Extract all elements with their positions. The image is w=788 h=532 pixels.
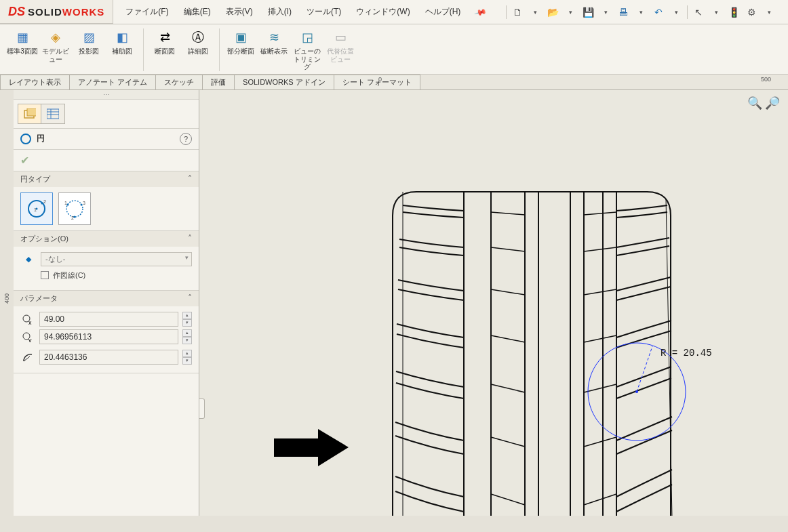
menu-items: ファイル(F) 編集(E) 表示(V) 挿入(I) ツール(T) ウィンドウ(W…: [113, 0, 486, 24]
ribbon-toolbar: ▦標準3面図 ◈モデルビュー ▨投影図 ◧補助図 ⇄断面図 Ⓐ詳細図 ▣部分断面…: [0, 24, 788, 75]
ruler-horizontal: 0500: [378, 76, 788, 83]
svg-marker-36: [274, 429, 349, 466]
option-select[interactable]: -なし-: [41, 252, 192, 266]
pm-title: 円: [37, 133, 180, 144]
tab-annotate[interactable]: アノテート アイテム: [69, 75, 156, 89]
menubar: DS SOLIDWORKS ファイル(F) 編集(E) 表示(V) 挿入(I) …: [0, 0, 788, 24]
ribbon-auxiliary-view[interactable]: ◧補助図: [106, 28, 138, 71]
quick-access-toolbar: 🗋▾ 📂▾ 💾▾ 🖶▾ ↶▾ ↖▾ 🚦 ⚙▾: [506, 0, 788, 24]
annotation-arrow-icon: [274, 429, 349, 469]
svg-text:2: 2: [71, 216, 74, 220]
options-icon[interactable]: ⚙: [745, 5, 758, 19]
tab-layout[interactable]: レイアウト表示: [0, 75, 70, 89]
svg-point-11: [66, 201, 83, 217]
circle-type-perimeter[interactable]: 132: [58, 192, 91, 225]
svg-line-35: [637, 346, 652, 392]
construction-checkbox[interactable]: [41, 271, 49, 279]
app-logo: DS SOLIDWORKS: [0, 0, 113, 24]
tab-addins[interactable]: SOLIDWORKS アドイン: [234, 75, 334, 89]
svg-text:x: x: [28, 319, 32, 325]
chevron-up-icon: ˄: [188, 293, 192, 303]
pm-section-type-header[interactable]: 円タイプ˄: [14, 171, 199, 187]
logo-ds-icon: DS: [8, 5, 25, 19]
tab-eval[interactable]: 評価: [202, 75, 235, 89]
svg-point-16: [74, 216, 76, 218]
menu-tools[interactable]: ツール(T): [307, 6, 341, 18]
pm-section-params-header[interactable]: パラメータ˄: [14, 291, 199, 306]
svg-point-12: [67, 203, 69, 205]
select-icon[interactable]: ↖: [692, 5, 705, 19]
pm-tab-property-icon[interactable]: [41, 104, 64, 123]
drawing-canvas[interactable]: 🔍 🔎: [199, 90, 788, 516]
confirm-check-icon[interactable]: ✔: [20, 155, 29, 166]
svg-text:2: 2: [43, 199, 46, 204]
menu-insert[interactable]: 挿入(I): [268, 6, 292, 18]
pm-section-options-header[interactable]: オプション(O)˄: [14, 231, 199, 247]
new-doc-icon[interactable]: 🗋: [511, 5, 524, 19]
help-icon[interactable]: ?: [180, 133, 192, 145]
param-r-icon: [20, 351, 35, 363]
menu-view[interactable]: 表示(V): [226, 6, 253, 18]
ribbon-crop-view[interactable]: ◲ビューのトリミング: [292, 28, 323, 71]
param-y-icon: y: [20, 331, 35, 343]
svg-text:1: 1: [64, 201, 67, 205]
ribbon-projected-view[interactable]: ▨投影図: [73, 28, 104, 71]
param-r-input[interactable]: [39, 350, 178, 365]
open-icon[interactable]: 📂: [546, 5, 559, 19]
menu-file[interactable]: ファイル(F): [125, 6, 168, 18]
svg-rect-1: [27, 108, 36, 116]
svg-rect-2: [47, 109, 59, 119]
svg-text:y: y: [28, 337, 32, 342]
ribbon-alternate-position: ▭代替位置ビュー: [325, 28, 356, 71]
circle-icon: [20, 134, 31, 144]
ribbon-broken-out-section[interactable]: ▣部分断面: [225, 28, 256, 71]
pm-header: 円 ?: [14, 129, 199, 150]
menu-help[interactable]: ヘルプ(H): [425, 6, 461, 18]
chevron-up-icon: ˄: [188, 174, 192, 184]
ruler-vertical: 400: [0, 90, 14, 516]
pm-section-params: パラメータ˄ x ▴▾ y ▴▾ ▴▾: [14, 291, 199, 373]
ribbon-section-view[interactable]: ⇄断面図: [149, 28, 180, 71]
relation-icon: ◆: [20, 255, 37, 264]
app-name: SOLIDWORKS: [28, 6, 104, 18]
param-x-icon: x: [20, 313, 35, 325]
work-area: 400 ⋯ 円 ? ✔ 円タイプ˄: [0, 90, 788, 516]
pm-confirm-row: ✔: [14, 150, 199, 171]
pm-tab-feature-icon[interactable]: [18, 104, 41, 123]
pin-icon[interactable]: 📌: [474, 5, 488, 19]
command-tabs: レイアウト表示 アノテート アイテム スケッチ 評価 SOLIDWORKS アド…: [0, 75, 788, 90]
svg-text:3: 3: [83, 201, 85, 205]
property-manager: ⋯ 円 ? ✔ 円タイプ˄: [14, 90, 199, 516]
ribbon-detail-view[interactable]: Ⓐ詳細図: [182, 28, 214, 71]
circle-type-center[interactable]: 12: [20, 192, 53, 225]
menu-window[interactable]: ウィンドウ(W): [356, 6, 410, 18]
undo-icon[interactable]: ↶: [652, 5, 665, 19]
chevron-up-icon: ˄: [188, 234, 192, 243]
save-icon[interactable]: 💾: [581, 5, 595, 19]
param-y-input[interactable]: [39, 329, 178, 344]
tab-sketch[interactable]: スケッチ: [155, 75, 203, 89]
svg-text:1: 1: [34, 207, 37, 212]
param-x-input[interactable]: [39, 312, 178, 327]
ribbon-model-view[interactable]: ◈モデルビュー: [40, 28, 71, 71]
param-r-spinner[interactable]: ▴▾: [182, 350, 192, 365]
param-x-spinner[interactable]: ▴▾: [182, 312, 192, 327]
pm-tab-row: [14, 100, 199, 129]
menu-edit[interactable]: 編集(E): [184, 6, 211, 18]
construction-label: 作図線(C): [53, 270, 85, 281]
param-y-spinner[interactable]: ▴▾: [182, 329, 192, 344]
radius-dimension-label: R = 20.45: [661, 348, 712, 359]
ribbon-break-view[interactable]: ≋破断表示: [258, 28, 290, 71]
panel-drag-handle[interactable]: ⋯: [14, 90, 199, 100]
pm-section-type: 円タイプ˄ 12 132: [14, 171, 199, 231]
print-icon[interactable]: 🖶: [616, 5, 630, 19]
pm-section-options: オプション(O)˄ ◆ -なし- 作図線(C): [14, 231, 199, 291]
rebuild-icon[interactable]: 🚦: [727, 5, 741, 19]
ribbon-standard-3view[interactable]: ▦標準3面図: [7, 28, 38, 71]
